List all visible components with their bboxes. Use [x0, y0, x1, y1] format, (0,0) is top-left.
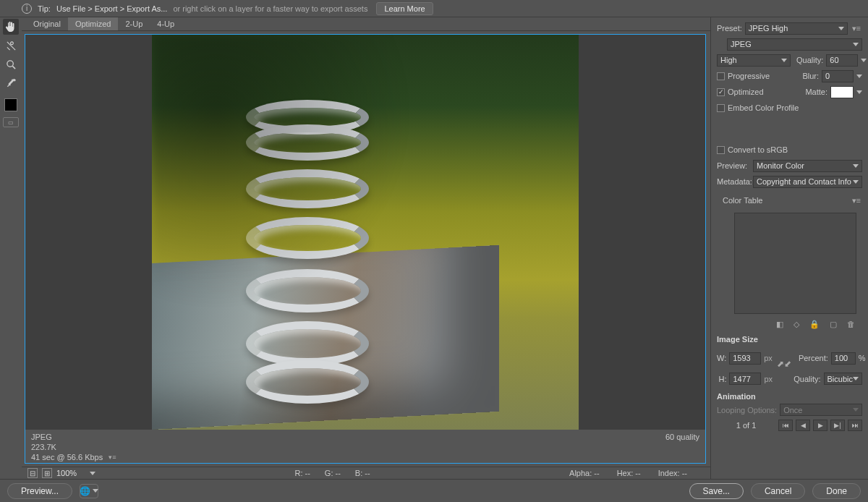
- width-unit: px: [764, 354, 773, 362]
- convert-srgb-checkbox[interactable]: [717, 146, 725, 154]
- embed-profile-checkbox[interactable]: [717, 104, 725, 112]
- image-size-heading: Image Size: [717, 335, 862, 344]
- optimized-label: Optimized: [728, 88, 764, 96]
- height-label: H:: [717, 375, 726, 383]
- optimize-panel: Preset: JPEG High ▾≡ JPEG High Quality: …: [710, 17, 868, 479]
- tip-suffix: or right click on a layer for a faster w…: [173, 4, 367, 13]
- blur-stepper-icon[interactable]: [856, 75, 862, 78]
- color-table-toolbar: ◧ ◇ 🔒 ▢ 🗑: [717, 318, 862, 329]
- info-readout-bar: ⊟ ⊞ 100% R: -- G: -- B: -- Alpha: -- Hex…: [22, 467, 710, 479]
- height-input[interactable]: [729, 373, 761, 385]
- width-input[interactable]: [729, 352, 761, 365]
- preview-select[interactable]: Monitor Color: [753, 160, 862, 172]
- preset-select[interactable]: JPEG High: [745, 22, 848, 35]
- tip-bar: i Tip: Use File > Export > Export As... …: [0, 0, 868, 17]
- embed-profile-label: Embed Color Profile: [728, 103, 799, 112]
- tip-prefix: Tip:: [38, 4, 51, 13]
- color-table-menu-icon[interactable]: ▾≡: [851, 196, 862, 205]
- blur-input[interactable]: [822, 70, 854, 82]
- zoom-in-button[interactable]: ⊞: [42, 468, 52, 478]
- transfer-menu-icon[interactable]: ▾≡: [107, 454, 117, 461]
- readout-g: G: --: [325, 469, 341, 477]
- color-table-label: Color Table: [717, 196, 762, 205]
- progressive-checkbox[interactable]: [717, 72, 725, 80]
- zoom-level[interactable]: 100%: [56, 469, 85, 477]
- link-dimensions-icon[interactable]: ⬈⬋: [775, 352, 793, 375]
- slice-tool[interactable]: [3, 38, 19, 54]
- zoom-tool[interactable]: [3, 56, 19, 72]
- slice-visibility-toggle[interactable]: ▭: [3, 117, 19, 127]
- filesize-label: 223.7K: [31, 443, 118, 451]
- anim-next-button[interactable]: ▶|: [830, 420, 845, 431]
- svg-line-1: [12, 66, 15, 69]
- blur-label: Blur:: [802, 72, 819, 80]
- ct-icon-1[interactable]: ◧: [775, 320, 785, 329]
- ct-new-icon[interactable]: ▢: [828, 320, 838, 329]
- zoom-out-button[interactable]: ⊟: [27, 468, 38, 478]
- format-select[interactable]: JPEG: [727, 38, 862, 51]
- matte-swatch[interactable]: [830, 86, 854, 98]
- preview-label: Preview:: [717, 161, 750, 170]
- quality-stepper-icon[interactable]: [861, 59, 867, 62]
- transfer-label: 41 sec @ 56.6 Kbps: [31, 453, 103, 461]
- quality-label: Quality:: [796, 56, 823, 64]
- readout-alpha: Alpha: --: [569, 469, 600, 477]
- percent-label: Percent:: [799, 354, 828, 362]
- view-tabs: Original Optimized 2-Up 4-Up: [22, 17, 710, 31]
- anim-first-button[interactable]: ⏮: [778, 420, 793, 431]
- tab-optimized[interactable]: Optimized: [68, 17, 119, 30]
- quality-input[interactable]: [826, 54, 858, 67]
- readout-index: Index: --: [658, 469, 687, 477]
- tab-original[interactable]: Original: [26, 17, 68, 30]
- percent-unit: %: [859, 354, 866, 362]
- ct-icon-2[interactable]: ◇: [792, 320, 801, 329]
- optimized-checkbox[interactable]: [717, 88, 725, 96]
- format-label: JPEG: [31, 433, 118, 441]
- readout-hex: Hex: --: [617, 469, 641, 477]
- metadata-label: Metadata:: [717, 177, 750, 186]
- ct-lock-icon[interactable]: 🔒: [808, 320, 821, 329]
- svg-point-0: [7, 60, 12, 66]
- matte-dropdown-icon[interactable]: [856, 90, 862, 94]
- hand-tool[interactable]: [3, 19, 19, 35]
- preset-menu-icon[interactable]: ▾≡: [851, 24, 862, 33]
- tool-strip: ▭: [0, 17, 22, 479]
- width-label: W:: [717, 354, 726, 362]
- height-unit: px: [764, 375, 778, 383]
- anim-play-button[interactable]: ▶: [813, 420, 827, 431]
- canvas-status: JPEG 223.7K 41 sec @ 56.6 Kbps ▾≡ 60 qua…: [25, 430, 705, 463]
- foreground-swatch[interactable]: [4, 98, 17, 111]
- looping-select: Once: [780, 404, 862, 416]
- resample-quality-select[interactable]: Bicubic: [824, 373, 862, 385]
- readout-r: R: --: [294, 469, 310, 477]
- artboard[interactable]: [25, 35, 705, 430]
- dialog-footer: Preview... 🌐 Save... Cancel Done: [0, 479, 868, 502]
- color-table-well: [734, 213, 856, 314]
- animation-heading: Animation: [717, 392, 862, 401]
- done-button[interactable]: Done: [812, 483, 861, 499]
- quality-badge: 60 quality: [665, 433, 699, 441]
- browser-preview-select[interactable]: 🌐: [80, 484, 98, 498]
- learn-more-button[interactable]: Learn More: [376, 2, 433, 15]
- anim-prev-button[interactable]: ◀: [796, 420, 810, 431]
- zoom-dropdown-icon[interactable]: [90, 472, 95, 475]
- anim-last-button[interactable]: ⏭: [848, 420, 862, 431]
- convert-srgb-label: Convert to sRGB: [728, 145, 788, 154]
- tab-4up[interactable]: 4-Up: [150, 17, 182, 30]
- ct-trash-icon[interactable]: 🗑: [846, 320, 856, 329]
- metadata-select[interactable]: Copyright and Contact Info: [753, 176, 862, 188]
- tip-path: Use File > Export > Export As...: [56, 4, 167, 13]
- matte-label: Matte:: [805, 88, 827, 96]
- readout-b: B: --: [355, 469, 370, 477]
- save-button[interactable]: Save...: [689, 483, 744, 499]
- frame-indicator: 1 of 1: [717, 421, 775, 430]
- canvas-frame: JPEG 223.7K 41 sec @ 56.6 Kbps ▾≡ 60 qua…: [25, 34, 706, 464]
- percent-input[interactable]: [831, 352, 856, 365]
- eyedropper-tool[interactable]: [3, 75, 19, 91]
- cancel-button[interactable]: Cancel: [751, 483, 805, 499]
- quality-preset-select[interactable]: High: [717, 54, 791, 67]
- preview-button[interactable]: Preview...: [7, 483, 72, 499]
- info-icon: i: [22, 4, 32, 14]
- looping-label: Looping Options:: [717, 406, 777, 414]
- tab-2up[interactable]: 2-Up: [118, 17, 150, 30]
